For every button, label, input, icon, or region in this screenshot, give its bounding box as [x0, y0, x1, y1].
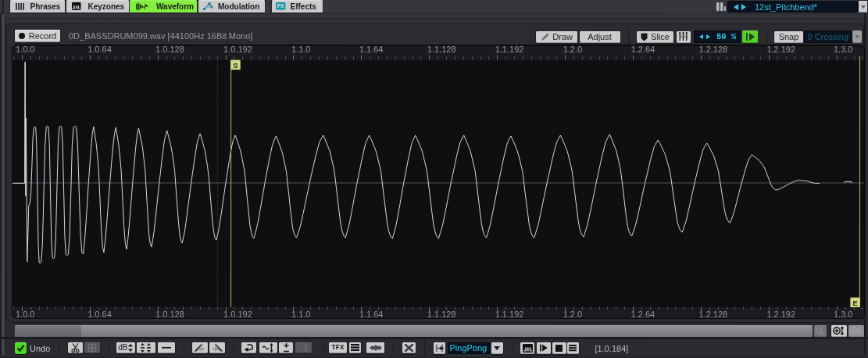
svg-text:E: E — [852, 299, 857, 307]
svg-text:FX: FX — [277, 4, 284, 9]
svg-text:S: S — [233, 61, 238, 70]
